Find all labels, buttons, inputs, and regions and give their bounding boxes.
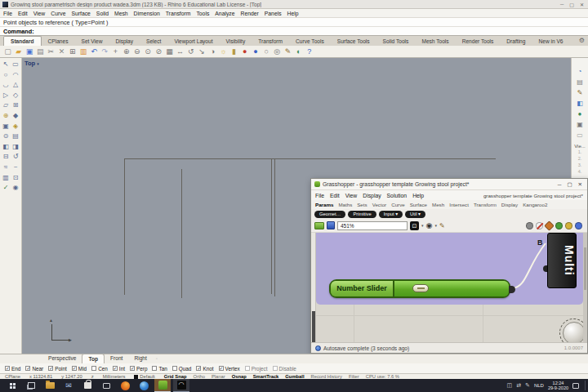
- sidebar-tool-icon[interactable]: ↺: [11, 152, 20, 163]
- tab-surface-tools[interactable]: Surface Tools: [331, 37, 376, 46]
- menu-item[interactable]: Edit: [18, 11, 28, 16]
- sidebar-tool-icon[interactable]: ◇: [11, 91, 20, 101]
- open-file-icon[interactable]: ▰: [13, 47, 24, 57]
- sidebar-tool-icon[interactable]: △: [11, 80, 20, 91]
- gh-document-selector[interactable]: grasshopper template Growing stool proje…: [483, 193, 583, 198]
- gh-menu-item[interactable]: Help: [412, 193, 424, 198]
- tray-pen-icon[interactable]: ✎: [525, 382, 530, 389]
- show-desktop-divider[interactable]: [585, 381, 586, 390]
- osnap-checkbox[interactable]: Mid: [72, 366, 87, 372]
- gh-tab-curve[interactable]: Curve: [391, 202, 405, 207]
- checkbox-icon[interactable]: [5, 366, 10, 371]
- notes-panel-icon[interactable]: ✎: [572, 87, 588, 98]
- gh-group-primitive[interactable]: Primitive: [348, 211, 376, 218]
- gem-display-icon[interactable]: [544, 220, 555, 231]
- osnap-checkbox[interactable]: Near: [25, 366, 43, 372]
- viewport-menu-caret-icon[interactable]: ▾: [37, 61, 39, 66]
- menu-item[interactable]: Mesh: [114, 11, 128, 16]
- gh-close-button[interactable]: ✕: [578, 181, 582, 188]
- menu-item[interactable]: Curve: [51, 11, 65, 16]
- gh-menu-item[interactable]: View: [345, 193, 358, 198]
- tab-set-view[interactable]: Set View: [75, 37, 109, 46]
- gh-zoom-input[interactable]: 451%: [337, 221, 408, 230]
- menu-item[interactable]: File: [3, 11, 12, 16]
- action-center-icon[interactable]: [572, 383, 579, 389]
- undo-icon[interactable]: ↶: [89, 47, 100, 57]
- sidebar-tool-icon[interactable]: ✓: [1, 183, 11, 194]
- checkbox-icon[interactable]: [113, 366, 118, 371]
- menu-item[interactable]: View: [33, 11, 46, 16]
- gh-group-input[interactable]: Input ▾: [379, 211, 403, 218]
- osnap-checkbox[interactable]: Quad: [172, 366, 192, 372]
- tab-drafting[interactable]: Drafting: [500, 37, 532, 46]
- tab-render-tools[interactable]: Render Tools: [456, 37, 501, 46]
- gh-zoom-caret-icon[interactable]: ▾: [421, 223, 424, 228]
- chat-button[interactable]: [98, 379, 114, 392]
- save-file-icon[interactable]: ▣: [24, 47, 34, 57]
- osnap-checkbox[interactable]: Project: [245, 366, 268, 372]
- camera-panel-icon[interactable]: ▣: [572, 119, 588, 130]
- menu-item[interactable]: Tools: [196, 11, 209, 16]
- toolbar-options-gear-icon[interactable]: ⚙: [579, 37, 585, 44]
- sidebar-tool-icon[interactable]: ⊡: [11, 173, 20, 184]
- sidebar-tool-icon[interactable]: ▥: [1, 173, 11, 184]
- viewport-tab-right[interactable]: Right: [128, 354, 152, 363]
- gh-tab-vector[interactable]: Vector: [372, 202, 387, 207]
- rhino-taskbar-button[interactable]: ◠: [173, 379, 189, 392]
- delete-icon[interactable]: ✕: [56, 47, 67, 57]
- sidebar-tool-icon[interactable]: ◡: [1, 80, 11, 91]
- viewport-tab-top[interactable]: Top: [82, 354, 105, 363]
- sidebar-tool-icon[interactable]: ⊟: [1, 152, 11, 163]
- layers-panel-icon[interactable]: ▤: [572, 77, 588, 87]
- grasshopper-window[interactable]: Grasshopper - grasshopper template Growi…: [310, 178, 588, 354]
- tab-standard[interactable]: Standard: [3, 36, 42, 46]
- gh-tab-transform[interactable]: Transform: [474, 202, 497, 207]
- rotate-icon[interactable]: ↺: [185, 47, 196, 57]
- redo-icon[interactable]: ↷: [100, 47, 110, 57]
- rendering-panel-icon[interactable]: ▭: [572, 130, 588, 140]
- sidebar-tool-icon[interactable]: ◆: [11, 111, 20, 122]
- gh-tab-params[interactable]: Params: [315, 202, 333, 207]
- menu-item[interactable]: Transform: [166, 11, 191, 16]
- tab-transform[interactable]: Transform: [252, 37, 289, 46]
- tray-network-icon[interactable]: ⇄: [516, 382, 521, 389]
- tab-new-in-v6[interactable]: New in V6: [532, 37, 569, 46]
- preview-blue-sphere-icon[interactable]: [575, 222, 582, 229]
- sidebar-tool-icon[interactable]: ◉: [11, 183, 20, 194]
- viewport-title[interactable]: Top ▾: [24, 60, 39, 67]
- grasshopper-taskbar-button[interactable]: [154, 379, 171, 392]
- gh-menu-item[interactable]: Solution: [387, 193, 408, 198]
- new-viewport-icon[interactable]: ◦: [156, 354, 158, 363]
- menu-item[interactable]: Solid: [96, 11, 109, 16]
- osnap-checkbox[interactable]: End: [5, 366, 20, 372]
- menu-item[interactable]: Panels: [265, 11, 282, 16]
- material-panel-icon[interactable]: ●: [572, 109, 588, 119]
- gh-tab-display[interactable]: Display: [501, 202, 518, 207]
- slider-to-multi-wire[interactable]: [512, 243, 546, 288]
- checkbox-icon[interactable]: [172, 366, 177, 371]
- gh-menu-item[interactable]: Edit: [330, 193, 340, 198]
- sidebar-tool-icon[interactable]: ◧: [1, 142, 11, 153]
- mirror-icon[interactable]: ◑: [207, 47, 218, 57]
- minimize-button[interactable]: ─: [560, 2, 564, 7]
- tab-curve-tools[interactable]: Curve Tools: [289, 37, 331, 46]
- osnap-checkbox[interactable]: Vertex: [219, 366, 240, 372]
- sidebar-tool-icon[interactable]: ~: [11, 163, 20, 173]
- menu-item[interactable]: Analyze: [215, 11, 234, 16]
- checkbox-icon[interactable]: [91, 366, 96, 371]
- preview-green-sphere-icon[interactable]: [555, 222, 563, 229]
- gh-tab-mesh[interactable]: Mesh: [432, 202, 444, 207]
- help-icon[interactable]: ?: [304, 47, 314, 57]
- multiplication-component[interactable]: Multi: [547, 233, 577, 288]
- edge-button[interactable]: [136, 379, 152, 392]
- tab-select[interactable]: Select: [140, 37, 167, 46]
- canvas-left-scrollbar[interactable]: [311, 233, 316, 342]
- store-button[interactable]: [79, 379, 96, 392]
- gh-maximize-button[interactable]: ▢: [567, 181, 572, 188]
- sidebar-tool-icon[interactable]: ▷: [1, 91, 11, 101]
- osnap-checkbox[interactable]: Perp: [130, 366, 148, 372]
- sidebar-tool-icon[interactable]: ↖: [1, 60, 11, 70]
- gh-menu-item[interactable]: File: [315, 193, 324, 198]
- gh-zoom-extents-icon[interactable]: ⊡: [410, 221, 419, 230]
- preview-off-icon[interactable]: [536, 222, 543, 229]
